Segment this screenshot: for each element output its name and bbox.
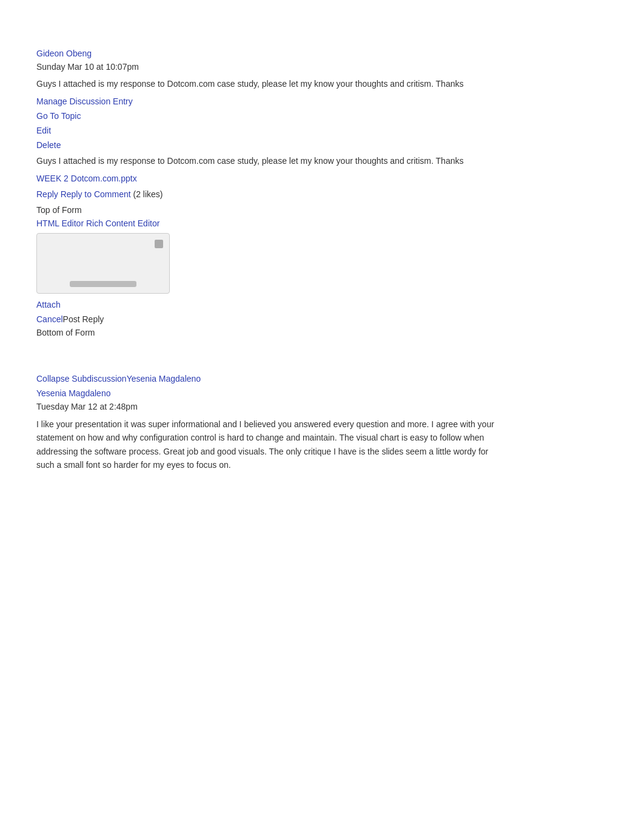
subdiscussion-author-link[interactable]: Yesenia Magdaleno [36,388,110,398]
delete-action[interactable]: Delete [36,140,608,150]
manage-discussion-action[interactable]: Manage Discussion Entry [36,96,608,106]
entry-author[interactable]: Gideon Obeng [36,49,608,58]
html-editor-link[interactable]: HTML Editor Rich Content Editor [36,218,159,228]
bottom-of-form-label: Bottom of Form [36,328,608,337]
editor-toolbar [70,281,136,287]
editor-icon [155,240,163,248]
goto-topic-action[interactable]: Go To Topic [36,111,608,121]
subdiscussion-date: Tuesday Mar 12 at 2:48pm [36,402,608,411]
editor-area[interactable] [36,233,608,294]
form-actions: CancelPost Reply [36,314,608,324]
editor-toggle-action[interactable]: HTML Editor Rich Content Editor [36,218,608,228]
edit-link[interactable]: Edit [36,126,51,135]
collapse-subdiscussion[interactable]: Collapse SubdiscussionYesenia Magdaleno [36,374,608,384]
subdiscussion-body: I like your presentation it was super in… [36,418,497,472]
attach-action[interactable]: Attach [36,300,608,309]
goto-topic-link[interactable]: Go To Topic [36,111,81,121]
cancel-link[interactable]: Cancel [36,314,63,324]
reply-link[interactable]: Reply [36,189,58,199]
attachment[interactable]: WEEK 2 Dotcom.com.pptx [36,174,608,183]
top-of-form-label: Top of Form [36,205,608,215]
attachment-link[interactable]: WEEK 2 Dotcom.com.pptx [36,174,137,183]
reply-line: Reply Reply to Comment (2 likes) [36,189,608,199]
delete-link[interactable]: Delete [36,140,61,150]
post-reply-label: Post Reply [63,314,104,324]
entry-body-2: Guys I attached is my response to Dotcom… [36,155,497,167]
subdiscussion-author[interactable]: Yesenia Magdaleno [36,388,608,398]
attach-link[interactable]: Attach [36,300,61,309]
discussion-entry: Gideon Obeng Sunday Mar 10 at 10:07pm Gu… [36,49,608,337]
reply-to-comment-link[interactable]: Reply to Comment [61,189,131,199]
collapse-link[interactable]: Collapse SubdiscussionYesenia Magdaleno [36,374,201,384]
manage-discussion-link[interactable]: Manage Discussion Entry [36,96,133,106]
entry-date: Sunday Mar 10 at 10:07pm [36,62,608,72]
author-link[interactable]: Gideon Obeng [36,49,92,58]
subdiscussion: Collapse SubdiscussionYesenia Magdaleno … [36,368,608,472]
likes-count: (2 likes) [131,189,163,199]
rich-content-editor[interactable] [36,233,170,294]
entry-body-1: Guys I attached is my response to Dotcom… [36,78,497,90]
edit-action[interactable]: Edit [36,126,608,135]
